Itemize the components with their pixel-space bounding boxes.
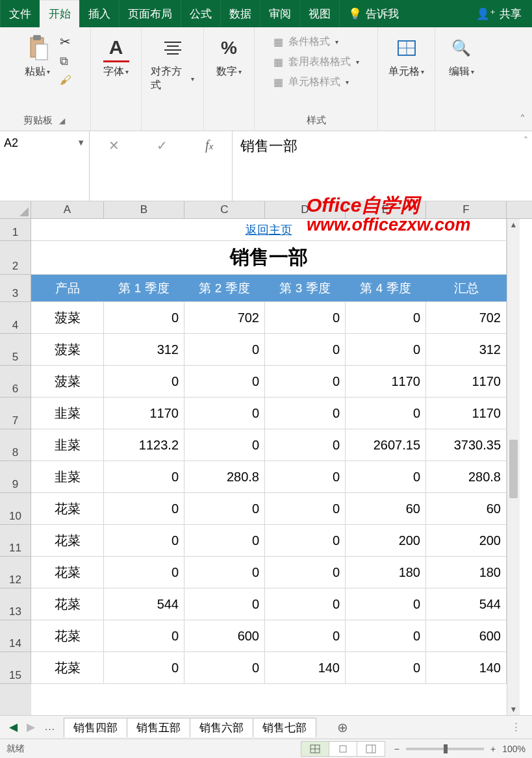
- cell[interactable]: 180: [346, 557, 426, 588]
- cell[interactable]: 0: [104, 652, 184, 683]
- tab-page-layout[interactable]: 页面布局: [119, 0, 181, 27]
- cell[interactable]: 0: [104, 620, 184, 651]
- cell[interactable]: 0: [265, 525, 346, 556]
- tab-home[interactable]: 开始: [40, 0, 79, 27]
- sheet-nav-next-icon[interactable]: ▶: [27, 720, 35, 734]
- cell[interactable]: 第 4 季度: [346, 275, 426, 301]
- number-button[interactable]: % 数字▾: [211, 31, 247, 81]
- name-box[interactable]: A2 ▼: [0, 131, 90, 201]
- copy-icon[interactable]: ⧉: [60, 55, 71, 68]
- sheet-nav-more[interactable]: …: [44, 720, 55, 734]
- cell[interactable]: 花菜: [31, 652, 104, 683]
- sheet-title[interactable]: 销售一部: [31, 241, 507, 274]
- cell[interactable]: 3730.35: [426, 429, 507, 461]
- cell[interactable]: 0: [265, 366, 346, 397]
- expand-formula-icon[interactable]: ˄: [524, 135, 528, 145]
- cell[interactable]: 韭菜: [31, 429, 104, 461]
- cell[interactable]: 汇总: [426, 275, 507, 301]
- tab-data[interactable]: 数据: [220, 0, 260, 27]
- sheet-tab[interactable]: 销售六部: [190, 718, 253, 737]
- row-header[interactable]: 2: [0, 241, 31, 275]
- format-painter-icon[interactable]: 🖌: [60, 73, 71, 87]
- cell[interactable]: 0: [265, 302, 346, 333]
- cell[interactable]: 280.8: [184, 461, 265, 492]
- cell[interactable]: 0: [104, 557, 184, 588]
- cell[interactable]: 0: [104, 525, 184, 556]
- cell[interactable]: 0: [265, 398, 346, 429]
- scroll-up-icon[interactable]: ▲: [507, 220, 520, 229]
- cell[interactable]: 280.8: [426, 461, 507, 492]
- cell[interactable]: 0: [104, 302, 184, 333]
- cell[interactable]: 0: [265, 429, 346, 461]
- row-header[interactable]: 11: [0, 525, 31, 557]
- cell[interactable]: 0: [184, 429, 265, 461]
- cell[interactable]: 返回主页: [31, 219, 507, 240]
- scroll-down-icon[interactable]: ▼: [507, 705, 520, 714]
- cell[interactable]: 0: [265, 557, 346, 588]
- cell[interactable]: 200: [426, 525, 507, 556]
- font-button[interactable]: A 字体▾: [98, 31, 134, 81]
- row-header[interactable]: 6: [0, 366, 31, 398]
- col-header-D[interactable]: D: [265, 201, 346, 218]
- cell[interactable]: 1170: [104, 398, 184, 429]
- cell[interactable]: 702: [426, 302, 507, 333]
- cell[interactable]: 140: [265, 652, 346, 683]
- cell[interactable]: 花菜: [31, 493, 104, 524]
- fx-icon[interactable]: fx: [205, 138, 213, 153]
- cell[interactable]: 第 3 季度: [265, 275, 346, 301]
- row-header[interactable]: 7: [0, 398, 31, 429]
- cell[interactable]: 0: [265, 620, 346, 651]
- row-header[interactable]: 3: [0, 275, 31, 302]
- cell[interactable]: 花菜: [31, 557, 104, 588]
- cell[interactable]: 0: [346, 461, 426, 492]
- cell[interactable]: 200: [346, 525, 426, 556]
- cell[interactable]: 韭菜: [31, 461, 104, 492]
- cell[interactable]: 2607.15: [346, 429, 426, 461]
- cell[interactable]: 60: [426, 493, 507, 524]
- tab-review[interactable]: 审阅: [260, 0, 299, 27]
- cell[interactable]: 600: [426, 620, 507, 651]
- sheet-tab[interactable]: 销售四部: [64, 718, 127, 737]
- cell[interactable]: 544: [426, 588, 507, 620]
- cell[interactable]: 花菜: [31, 588, 104, 620]
- select-all-button[interactable]: [0, 201, 31, 218]
- cell[interactable]: 0: [346, 588, 426, 620]
- tab-file[interactable]: 文件: [0, 0, 40, 27]
- row-header[interactable]: 14: [0, 620, 31, 652]
- cell[interactable]: 544: [104, 588, 184, 620]
- tab-insert[interactable]: 插入: [79, 0, 119, 27]
- tab-view[interactable]: 视图: [299, 0, 339, 27]
- collapse-ribbon-icon[interactable]: ˄: [520, 112, 526, 127]
- zoom-slider[interactable]: [406, 748, 484, 750]
- cell[interactable]: 0: [346, 652, 426, 683]
- col-header-C[interactable]: C: [184, 201, 265, 218]
- formula-input[interactable]: 销售一部 ˄: [233, 131, 532, 201]
- row-header[interactable]: 4: [0, 302, 31, 334]
- col-header-B[interactable]: B: [104, 201, 184, 218]
- cell-styles-button[interactable]: ▦单元格样式▾: [273, 75, 349, 89]
- cut-icon[interactable]: ✂: [60, 34, 71, 49]
- row-header[interactable]: 9: [0, 461, 31, 493]
- cell[interactable]: 0: [346, 302, 426, 333]
- view-page-break-button[interactable]: [357, 741, 385, 757]
- conditional-formatting-button[interactable]: ▦条件格式▾: [273, 35, 338, 49]
- cell[interactable]: 0: [346, 398, 426, 429]
- sheet-tab[interactable]: 销售七部: [253, 718, 316, 737]
- row-header[interactable]: 12: [0, 557, 31, 588]
- cell[interactable]: 1123.2: [104, 429, 184, 461]
- enter-icon[interactable]: ✓: [157, 138, 168, 153]
- cell[interactable]: 菠菜: [31, 302, 104, 333]
- back-to-home-link[interactable]: 返回主页: [246, 222, 292, 238]
- cell[interactable]: 第 2 季度: [184, 275, 265, 301]
- dialog-launcher-icon[interactable]: ◢: [57, 116, 68, 125]
- row-header[interactable]: 8: [0, 429, 31, 461]
- col-header-F[interactable]: F: [426, 201, 507, 218]
- cell[interactable]: 312: [426, 334, 507, 365]
- vertical-scrollbar[interactable]: ▲ ▼: [507, 219, 520, 715]
- cell[interactable]: 韭菜: [31, 398, 104, 429]
- editing-button[interactable]: 🔍 编辑▾: [443, 31, 479, 81]
- cell[interactable]: 0: [184, 525, 265, 556]
- share-button[interactable]: 👤⁺ 共享: [476, 0, 532, 27]
- cell[interactable]: 0: [265, 493, 346, 524]
- cell[interactable]: 0: [104, 461, 184, 492]
